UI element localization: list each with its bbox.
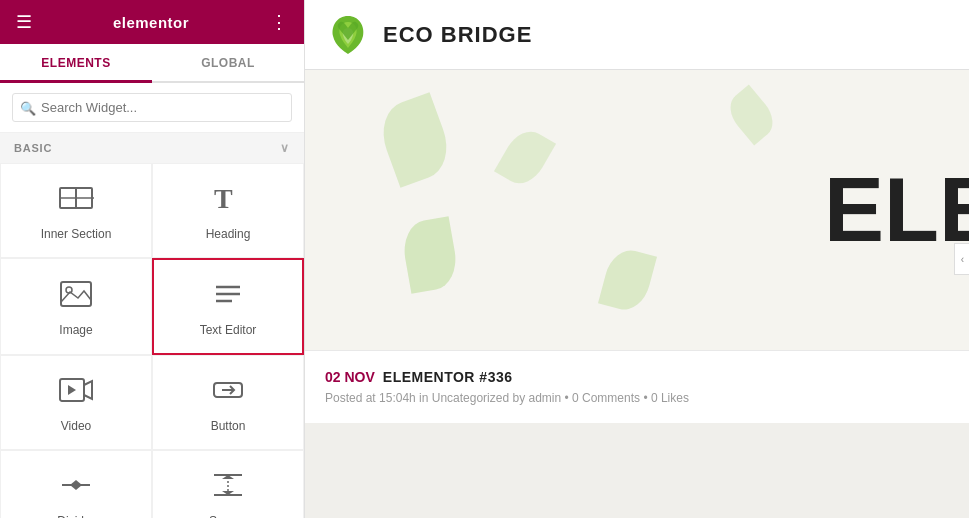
- widget-video-label: Video: [61, 419, 91, 433]
- post-date-title: 02 NOV ELEMENTOR #336: [325, 369, 949, 385]
- post-info: 02 NOV ELEMENTOR #336 Posted at 15:04h i…: [305, 350, 969, 423]
- right-panel: ECO BRIDGE ELE 02 NOV ELEMENTOR #336 Pos…: [305, 0, 969, 518]
- svg-text:T: T: [214, 183, 233, 214]
- divider-icon: [58, 467, 94, 508]
- post-date: 02 NOV: [325, 369, 375, 385]
- panel-header: ☰ elementor ⋮: [0, 0, 304, 44]
- hero-partial-text: ELE: [824, 159, 969, 262]
- site-logo-text: ECO BRIDGE: [383, 22, 532, 48]
- widget-divider[interactable]: Divider: [0, 450, 152, 518]
- search-icon: 🔍: [20, 100, 36, 115]
- section-arrow: ∨: [280, 141, 290, 155]
- widget-divider-label: Divider: [57, 514, 94, 518]
- widget-image-label: Image: [59, 323, 92, 337]
- image-icon: [58, 276, 94, 317]
- leaf-decoration-4: [598, 245, 657, 315]
- section-header-basic[interactable]: BASIC ∨: [0, 133, 304, 163]
- widget-image[interactable]: Image: [0, 258, 152, 355]
- tab-global[interactable]: GLOBAL: [152, 46, 304, 83]
- svg-marker-10: [68, 385, 76, 395]
- widget-inner-section-label: Inner Section: [41, 227, 112, 241]
- inner-section-icon: [58, 180, 94, 221]
- spacer-icon: [210, 467, 246, 508]
- svg-marker-16: [70, 485, 82, 490]
- leaf-decoration-2: [494, 124, 556, 192]
- text-editor-icon: [210, 276, 246, 317]
- widget-spacer-label: Spacer: [209, 514, 247, 518]
- widget-heading-label: Heading: [206, 227, 251, 241]
- widget-button[interactable]: Button: [152, 355, 304, 450]
- heading-icon: T: [210, 180, 246, 221]
- widget-video[interactable]: Video: [0, 355, 152, 450]
- collapse-panel-button[interactable]: ‹: [954, 243, 969, 275]
- search-bar: 🔍: [0, 83, 304, 133]
- site-header: ECO BRIDGE: [305, 0, 969, 70]
- button-icon: [210, 372, 246, 413]
- hero-area: ELE: [305, 70, 969, 350]
- panel-tabs: ELEMENTS GLOBAL: [0, 44, 304, 83]
- widget-button-label: Button: [211, 419, 246, 433]
- widget-text-editor[interactable]: Text Editor: [152, 258, 304, 355]
- left-panel: ☰ elementor ⋮ ELEMENTS GLOBAL 🔍 BASIC ∨: [0, 0, 305, 518]
- post-meta: Posted at 15:04h in Uncategorized by adm…: [325, 391, 949, 405]
- widget-grid: Inner Section T Heading Image: [0, 163, 304, 518]
- widget-heading[interactable]: T Heading: [152, 163, 304, 258]
- widget-inner-section[interactable]: Inner Section: [0, 163, 152, 258]
- leaf-decoration-1: [373, 92, 457, 188]
- leaf-decoration-5: [722, 85, 781, 146]
- grid-icon[interactable]: ⋮: [270, 11, 288, 33]
- video-icon: [58, 372, 94, 413]
- hamburger-icon[interactable]: ☰: [16, 11, 32, 33]
- section-label: BASIC: [14, 142, 52, 154]
- svg-marker-15: [70, 480, 82, 485]
- widget-text-editor-label: Text Editor: [200, 323, 257, 337]
- widget-spacer[interactable]: Spacer: [152, 450, 304, 518]
- leaf-decoration-3: [399, 216, 460, 294]
- logo-icon: [325, 12, 371, 58]
- post-title: ELEMENTOR #336: [383, 369, 513, 385]
- search-input[interactable]: [12, 93, 292, 122]
- tab-elements[interactable]: ELEMENTS: [0, 46, 152, 83]
- panel-title: elementor: [113, 14, 189, 31]
